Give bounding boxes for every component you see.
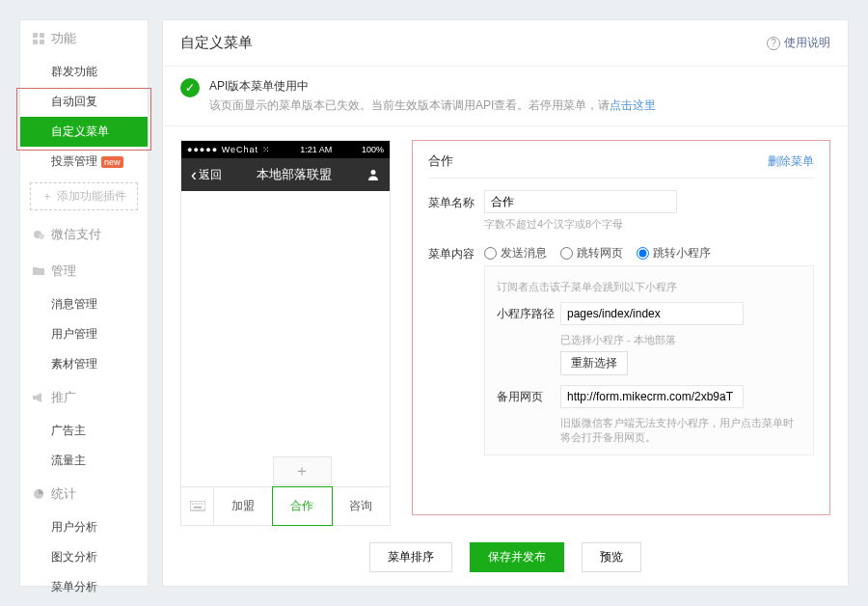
check-icon: ✓ xyxy=(180,78,200,97)
sidebar: 功能 群发功能 自动回复 自定义菜单 投票管理new ＋ 添加功能插件 微信支付 xyxy=(19,19,149,587)
phone-tab-0[interactable]: 加盟 xyxy=(214,487,273,525)
notice-banner: ✓ API版本菜单使用中 该页面显示的菜单版本已失效。当前生效版本请调用API查… xyxy=(163,67,848,126)
sidebar-group-manage: 管理 xyxy=(20,253,148,289)
svg-rect-1 xyxy=(40,33,44,38)
phone-tab-2[interactable]: 咨询 xyxy=(332,487,390,525)
mini-path-input[interactable] xyxy=(560,302,744,325)
sidebar-item-messages[interactable]: 消息管理 xyxy=(20,289,148,319)
phone-body xyxy=(181,191,390,486)
sidebar-item-vote[interactable]: 投票管理new xyxy=(20,147,148,177)
content-label: 菜单内容 xyxy=(428,241,484,262)
notice-subtitle: 该页面显示的菜单版本已失效。当前生效版本请调用API查看。若停用菜单，请点击这里 xyxy=(209,97,656,114)
pie-icon xyxy=(32,487,45,501)
folder-icon xyxy=(32,264,45,278)
save-publish-button[interactable]: 保存并发布 xyxy=(470,542,564,572)
sidebar-item-broadcast[interactable]: 群发功能 xyxy=(20,57,148,87)
sidebar-item-user-analysis[interactable]: 用户分析 xyxy=(20,512,148,542)
notice-link[interactable]: 点击这里 xyxy=(610,98,656,112)
svg-rect-15 xyxy=(194,507,202,509)
mini-path-label: 小程序路径 xyxy=(497,306,560,322)
name-label: 菜单名称 xyxy=(428,190,484,211)
sidebar-group-features: 功能 xyxy=(20,20,148,57)
svg-rect-2 xyxy=(33,40,38,44)
menu-name-input[interactable] xyxy=(484,190,677,213)
delete-menu-link[interactable]: 删除菜单 xyxy=(768,153,814,170)
miniprogram-config: 订阅者点击该子菜单会跳到以下小程序 小程序路径 已选择小程序 - 本地部落 重新… xyxy=(484,265,814,455)
sidebar-item-assets[interactable]: 素材管理 xyxy=(20,349,148,379)
name-hint: 字数不超过4个汉字或8个字母 xyxy=(484,217,814,232)
preview-button[interactable]: 预览 xyxy=(582,542,641,572)
phone-back[interactable]: 返回 xyxy=(191,165,222,185)
sidebar-item-msg-analysis[interactable]: 消息分析 xyxy=(20,602,148,606)
user-icon[interactable] xyxy=(366,168,380,181)
sidebar-item-users[interactable]: 用户管理 xyxy=(20,319,148,349)
sidebar-item-menu-analysis[interactable]: 菜单分析 xyxy=(20,572,148,602)
help-link[interactable]: ?使用说明 xyxy=(767,35,830,51)
add-plugin-button[interactable]: ＋ 添加功能插件 xyxy=(30,182,138,210)
phone-status-bar: ●●●●● WeChat ⁙ 1:21 AM 100% xyxy=(181,141,390,158)
phone-menu-bar: 加盟 ＋ 合作 咨询 xyxy=(181,486,390,525)
new-badge: new xyxy=(101,156,123,168)
svg-point-12 xyxy=(195,503,197,505)
reselect-mini-button[interactable]: 重新选择 xyxy=(560,351,628,375)
notice-title: API版本菜单使用中 xyxy=(209,78,656,95)
sidebar-group-promo: 推广 xyxy=(20,379,148,416)
radio-jump-web[interactable]: 跳转网页 xyxy=(560,245,623,262)
svg-point-14 xyxy=(201,503,203,505)
grid-icon xyxy=(32,32,45,45)
panel-title: 合作 xyxy=(428,152,453,170)
wechat-icon xyxy=(32,228,45,241)
sort-button[interactable]: 菜单排序 xyxy=(369,542,452,572)
radio-jump-mini[interactable]: 跳转小程序 xyxy=(637,245,711,262)
mini-selected-text: 已选择小程序 - 本地部落 xyxy=(560,333,801,347)
phone-preview: ●●●●● WeChat ⁙ 1:21 AM 100% 返回 本地部落联盟 加盟… xyxy=(180,140,391,526)
footer-actions: 菜单排序 保存并发布 预览 xyxy=(163,529,848,586)
svg-point-9 xyxy=(371,170,376,175)
svg-rect-3 xyxy=(40,40,44,44)
svg-point-11 xyxy=(192,503,194,505)
fallback-label: 备用网页 xyxy=(497,389,560,405)
phone-tab-1[interactable]: ＋ 合作 xyxy=(272,486,332,526)
sidebar-group-pay[interactable]: 微信支付 xyxy=(20,216,148,253)
sidebar-group-label: 功能 xyxy=(51,30,76,47)
svg-point-5 xyxy=(39,234,44,239)
sidebar-group-stats: 统计 xyxy=(20,476,148,512)
sidebar-item-autoreply[interactable]: 自动回复 xyxy=(20,87,148,117)
sidebar-group-label: 管理 xyxy=(51,262,76,280)
svg-rect-10 xyxy=(190,501,205,510)
main: 自定义菜单 ?使用说明 ✓ API版本菜单使用中 该页面显示的菜单版本已失效。当… xyxy=(162,19,849,587)
sidebar-item-traffic[interactable]: 流量主 xyxy=(20,446,148,476)
sidebar-group-label: 统计 xyxy=(51,485,76,503)
phone-title: 本地部落联盟 xyxy=(257,166,332,183)
radio-send-msg[interactable]: 发送消息 xyxy=(484,245,547,262)
sidebar-group-label: 推广 xyxy=(51,389,76,406)
phone-nav-bar: 返回 本地部落联盟 xyxy=(181,158,390,191)
svg-rect-0 xyxy=(33,33,38,38)
add-submenu-button[interactable]: ＋ xyxy=(273,456,331,485)
help-icon: ? xyxy=(767,37,780,50)
sidebar-item-advertiser[interactable]: 广告主 xyxy=(20,416,148,446)
fallback-url-input[interactable] xyxy=(560,385,744,408)
fallback-hint: 旧版微信客户端无法支持小程序，用户点击菜单时将会打开备用网页。 xyxy=(560,416,801,445)
sidebar-group-label: 微信支付 xyxy=(51,226,101,243)
megaphone-icon xyxy=(32,391,45,404)
svg-point-13 xyxy=(198,503,200,505)
page-title: 自定义菜单 xyxy=(180,34,253,52)
keyboard-icon[interactable] xyxy=(181,487,214,525)
menu-edit-panel: 合作 删除菜单 菜单名称 字数不超过4个汉字或8个字母 菜单内容 发送消息 xyxy=(412,140,830,515)
mini-intro: 订阅者点击该子菜单会跳到以下小程序 xyxy=(497,280,801,294)
sidebar-item-article-analysis[interactable]: 图文分析 xyxy=(20,542,148,572)
sidebar-item-custom-menu[interactable]: 自定义菜单 xyxy=(20,117,148,147)
